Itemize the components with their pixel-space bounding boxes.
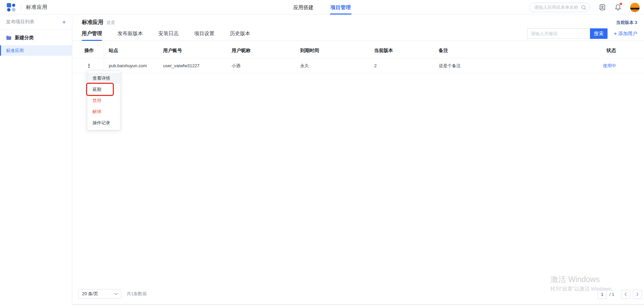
cell-version: 2 — [374, 63, 439, 68]
page-title: 标准应用 — [82, 19, 103, 26]
add-user-label: 添加用户 — [618, 31, 637, 37]
next-page-button[interactable] — [633, 290, 642, 299]
add-project-button[interactable]: + — [62, 19, 66, 25]
total-count-label: 共1条数据 — [127, 291, 147, 297]
app-window: 标准应用 应用搭建 项目管理 — [0, 0, 644, 305]
menu-item-label: 延期 — [93, 87, 101, 92]
topnav-item-label: 项目管理 — [331, 4, 351, 10]
topbar-right — [529, 0, 640, 15]
more-vertical-icon[interactable]: ⋮ — [84, 62, 94, 69]
col-header-expire: 到期时间 — [300, 48, 374, 54]
menu-item-view-detail[interactable]: 查看详情 — [87, 73, 120, 84]
main-content: 标准应用 这是 当前版本 3 用户管理 发布新版本 安装日志 项目设置 历史版本… — [72, 15, 644, 305]
col-header-remark: 备注 — [439, 48, 586, 54]
table-row: ⋮ pub.baishuyun.com user_vaiwfw31227 小酒 … — [72, 58, 644, 73]
divider — [21, 4, 21, 10]
notification-dot — [620, 3, 622, 5]
top-navigation: 应用搭建 项目管理 — [293, 0, 351, 15]
app-title: 标准应用 — [26, 4, 48, 10]
cell-expire: 永久 — [300, 63, 374, 69]
page-size-select[interactable]: 20 条/页 — [78, 289, 121, 299]
menu-item-unbind[interactable]: 解绑 — [87, 106, 120, 117]
sidebar-header: 发布项目列表 + — [0, 15, 72, 30]
chevron-down-icon — [114, 293, 118, 295]
topnav-item-app-build[interactable]: 应用搭建 — [293, 0, 314, 15]
active-tab-underline — [82, 40, 102, 41]
sidebar-title: 发布项目列表 — [6, 19, 34, 25]
plus-icon: + — [614, 31, 617, 36]
sidebar-item-label: 新建分类 — [15, 35, 34, 41]
col-header-site: 站点 — [104, 48, 163, 54]
tab-publish-version[interactable]: 发布新版本 — [118, 27, 143, 41]
total-pages-label: / 1 — [610, 292, 614, 297]
col-header-version: 当前版本 — [374, 48, 439, 54]
tab-install-log[interactable]: 安装日志 — [158, 27, 179, 41]
user-table: 操作 站点 用户账号 用户昵称 到期时间 当前版本 备注 状态 ⋮ pub.ba… — [72, 43, 644, 73]
cell-nickname: 小酒 — [232, 63, 300, 69]
current-page-input[interactable]: 1 — [598, 290, 607, 299]
tab-project-settings[interactable]: 项目设置 — [194, 27, 214, 41]
menu-item-disable[interactable]: 禁用 — [87, 95, 120, 106]
chevron-right-icon — [636, 293, 639, 296]
tab-history-version[interactable]: 历史版本 — [230, 27, 250, 41]
folder-icon — [6, 35, 11, 40]
tab-user-manage[interactable]: 用户管理 — [82, 27, 102, 41]
global-search-input[interactable] — [530, 3, 590, 12]
topnav-item-project-manage[interactable]: 项目管理 — [331, 0, 351, 15]
cell-remark: 这是个备注 — [439, 63, 586, 69]
active-tab-underline — [330, 14, 352, 15]
topbar: 标准应用 应用搭建 项目管理 — [0, 0, 644, 15]
col-header-action: 操作 — [72, 43, 104, 58]
cell-status-link[interactable]: 使用中 — [586, 63, 644, 69]
page-size-value: 20 条/页 — [82, 291, 98, 297]
content-header: 标准应用 这是 当前版本 3 — [72, 15, 644, 26]
pager: 1 / 1 — [598, 290, 642, 299]
prev-page-button[interactable] — [621, 290, 630, 299]
contacts-icon[interactable] — [599, 4, 606, 11]
user-avatar[interactable] — [630, 3, 640, 12]
page-subtitle: 这是 — [106, 20, 115, 26]
tab-label: 用户管理 — [82, 30, 102, 36]
col-header-status: 状态 — [586, 48, 644, 54]
global-search[interactable] — [529, 3, 590, 12]
add-user-button[interactable]: + 添加用户 — [614, 31, 637, 37]
table-header-row: 操作 站点 用户账号 用户昵称 到期时间 当前版本 备注 状态 — [72, 43, 644, 58]
sidebar-item-standard-app[interactable]: 标准应用 — [0, 45, 72, 56]
pagination-left: 20 条/页 共1条数据 — [78, 289, 147, 299]
app-logo-icon — [7, 3, 16, 11]
search-icon — [581, 5, 586, 10]
current-version-label[interactable]: 当前版本 3 — [616, 20, 637, 26]
tabs-row: 用户管理 发布新版本 安装日志 项目设置 历史版本 搜索 + 添加用户 — [72, 27, 644, 41]
keyword-input[interactable] — [527, 28, 590, 39]
sidebar-item-label: 标准应用 — [6, 48, 24, 54]
table-toolbar: 搜索 + 添加用户 — [527, 28, 637, 39]
col-header-nickname: 用户昵称 — [232, 48, 300, 54]
notification-bell-icon[interactable] — [615, 4, 621, 11]
menu-item-extend[interactable]: 延期 — [87, 84, 120, 95]
cell-account: user_vaiwfw31227 — [163, 63, 232, 68]
col-header-account: 用户账号 — [163, 48, 232, 54]
cell-site: pub.baishuyun.com — [104, 63, 163, 68]
row-actions-menu: 查看详情 延期 禁用 解绑 操作记录 — [87, 71, 120, 130]
sidebar-item-category[interactable]: 新建分类 — [0, 31, 72, 45]
menu-item-operation-log[interactable]: 操作记录 — [87, 117, 120, 128]
chevron-left-icon — [624, 293, 627, 296]
content-tabs: 用户管理 发布新版本 安装日志 项目设置 历史版本 — [82, 27, 266, 41]
search-button[interactable]: 搜索 — [590, 28, 608, 39]
sidebar: 发布项目列表 + 新建分类 标准应用 — [0, 15, 72, 305]
